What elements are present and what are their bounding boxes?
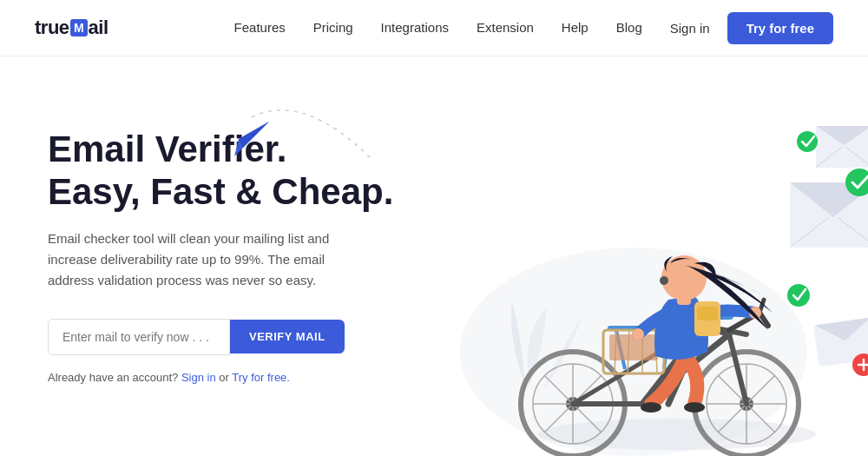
email-input[interactable] — [48, 319, 230, 355]
nav-help[interactable]: Help — [562, 20, 589, 35]
svg-point-43 — [632, 328, 644, 340]
account-hint-text: Already have an account? — [48, 371, 178, 384]
svg-point-60 — [797, 131, 818, 152]
svg-point-41 — [641, 402, 661, 413]
account-hint: Already have an account? Sign in or Try … — [48, 371, 399, 384]
nav-features[interactable]: Features — [234, 20, 286, 35]
nav-extension[interactable]: Extension — [477, 20, 534, 35]
hero-headline-line2: Easy, Fast & Cheap. — [48, 171, 393, 212]
svg-point-45 — [661, 255, 707, 301]
hero-headline: Email Verifier. Easy, Fast & Cheap. — [48, 129, 399, 213]
hero-illustration — [373, 56, 868, 456]
hero-section: Email Verifier. Easy, Fast & Cheap. Emai… — [0, 56, 868, 456]
signin-link[interactable]: Sign in — [181, 371, 216, 384]
svg-marker-1 — [239, 122, 269, 148]
navbar: true M ail Features Pricing Integrations… — [0, 0, 868, 56]
or-text: or — [219, 371, 232, 384]
try-for-free-nav-button[interactable]: Try for free — [727, 12, 833, 44]
hero-content: Email Verifier. Easy, Fast & Cheap. Emai… — [0, 56, 399, 456]
verify-mail-button[interactable]: VERIFY MAIL — [230, 320, 345, 354]
nav-integrations[interactable]: Integrations — [381, 20, 449, 35]
svg-point-40 — [684, 402, 705, 413]
svg-point-46 — [660, 276, 668, 285]
logo-true-text: true — [35, 17, 69, 39]
logo-ail-text: ail — [89, 17, 108, 39]
nav-pricing[interactable]: Pricing — [313, 20, 353, 35]
signin-button[interactable]: Sign in — [670, 21, 710, 36]
paper-plane-icon — [234, 122, 269, 160]
hero-subtext: Email checker tool will clean your maili… — [48, 228, 343, 291]
svg-rect-48 — [697, 307, 718, 321]
logo-m-icon: M — [70, 19, 88, 36]
nav-blog[interactable]: Blog — [616, 20, 642, 35]
svg-point-61 — [787, 284, 810, 307]
email-form: VERIFY MAIL — [48, 319, 399, 355]
try-for-free-link[interactable]: Try for free. — [232, 371, 290, 384]
logo[interactable]: true M ail — [35, 17, 108, 39]
nav-links: Features Pricing Integrations Extension … — [234, 20, 642, 36]
